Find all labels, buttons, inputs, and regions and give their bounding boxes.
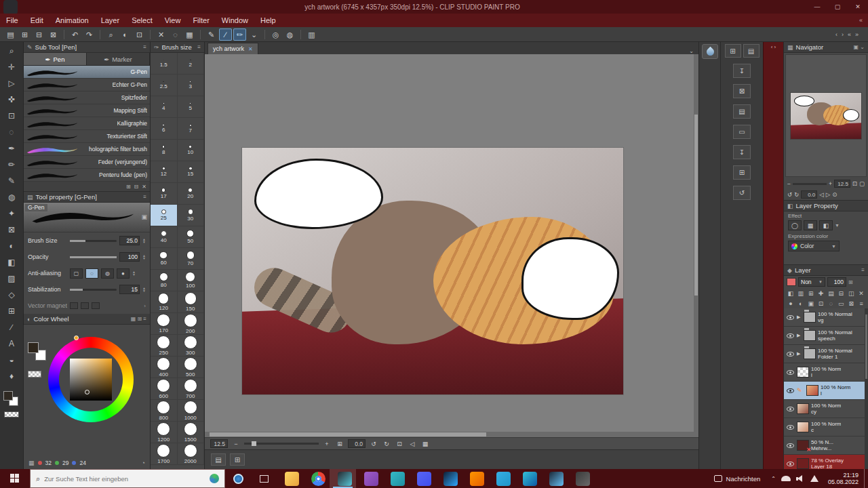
brush-size-170[interactable]: 170 — [151, 313, 178, 335]
brush-item[interactable]: Texturierter Stift — [24, 130, 150, 143]
maximize-button[interactable]: ▢ — [827, 0, 848, 14]
subtool-tab-pen[interactable]: ✒Pen — [24, 53, 87, 65]
layer-tool-b3-icon[interactable]: ▣ — [807, 300, 815, 307]
nav-rotate-left-icon[interactable]: ↺ — [787, 191, 792, 198]
layer-row[interactable]: ▶ 100 % Normalvg — [784, 308, 868, 327]
show-desktop-button[interactable] — [864, 469, 868, 488]
brush-size-spinner[interactable]: ▲▼ — [142, 238, 146, 243]
brush-item[interactable]: Spitzfeder — [24, 92, 150, 104]
effect-caret-icon[interactable]: ▼ — [835, 223, 840, 228]
vector-magnet-checkbox-3[interactable] — [92, 302, 100, 309]
layer-thumbnail[interactable] — [797, 422, 809, 432]
zoom-in-button[interactable]: + — [322, 441, 332, 447]
toolbar-undo-icon[interactable]: ↶ — [68, 28, 81, 41]
aa-weak-button[interactable]: ◌ — [85, 268, 98, 279]
brush-size-1200[interactable]: 1200 — [151, 422, 178, 443]
colorwheel-header-icons[interactable]: ▦ ⊞ ≡ — [131, 316, 146, 322]
opacity-value[interactable]: 100 — [119, 252, 140, 262]
layer-thumbnail[interactable] — [797, 403, 809, 414]
brush-size-3[interactable]: 3 — [178, 75, 205, 96]
taskbar-app-telegram[interactable] — [488, 469, 515, 488]
brush-size-70[interactable]: 70 — [178, 248, 205, 270]
toolbar-export-icon[interactable]: ⊠ — [47, 28, 60, 41]
layer-tool-a7-icon[interactable]: ◫ — [847, 290, 855, 297]
brush-size-150[interactable]: 150 — [178, 291, 205, 313]
brush-size-5[interactable]: 5 — [178, 96, 205, 118]
layer-tool-b8-icon[interactable]: ≡ — [857, 300, 865, 307]
canvas-artwork[interactable] — [242, 148, 623, 394]
brush-size-25[interactable]: 25 — [151, 205, 178, 226]
brush-size-120[interactable]: 120 — [151, 291, 178, 313]
blend-mode-dropdown[interactable]: Non ▼ — [798, 277, 825, 287]
taskbar-app-steam[interactable] — [541, 469, 568, 488]
operation-tool-icon[interactable]: ▷ — [3, 76, 20, 92]
brush-size-12[interactable]: 12 — [151, 161, 178, 183]
panel-collapse-chevron-4[interactable]: » — [855, 31, 859, 38]
brush-size-600[interactable]: 600 — [151, 378, 178, 400]
tab-close-icon[interactable]: ✕ — [248, 46, 253, 52]
vector-magnet-checkbox-1[interactable] — [70, 302, 78, 309]
menu-layer[interactable]: Layer — [95, 14, 126, 27]
pen-tool-icon[interactable]: ✒ — [3, 141, 20, 157]
brush-item[interactable]: Mapping Stift — [24, 104, 150, 117]
gradient-tool-icon[interactable]: ▨ — [3, 271, 20, 287]
layer-tool-b6-icon[interactable]: ▭ — [837, 300, 845, 307]
taskbar-clock[interactable]: 21:19 05.08.2022 — [823, 469, 864, 488]
layer-tool-a8-icon[interactable]: ✕ — [857, 290, 865, 297]
layer-row[interactable]: ✕ 50 % N...Mehrw... — [784, 436, 868, 455]
layer-visibility-icon[interactable] — [786, 423, 795, 432]
news-interests-icon[interactable] — [210, 474, 219, 483]
material-grid-icon[interactable]: ⊞ — [733, 165, 751, 180]
brush-size-60[interactable]: 60 — [151, 248, 178, 270]
brush-size-1700[interactable]: 1700 — [151, 443, 178, 465]
rotation-value[interactable]: 0.0 — [348, 439, 366, 448]
layer-visibility-icon[interactable] — [786, 386, 795, 395]
nav-rotate-right-icon[interactable]: ↻ — [794, 191, 799, 198]
toolbar-clear-selection-icon[interactable]: ✕ — [155, 28, 167, 41]
color-mix-icon[interactable] — [702, 44, 718, 59]
layer-opacity-value[interactable]: 100 — [827, 277, 846, 287]
layer-color-effect-button[interactable]: ◧ — [819, 220, 833, 230]
nav-100-icon[interactable]: ▢ — [859, 180, 865, 187]
layer-visibility-icon[interactable] — [786, 368, 795, 377]
toolbar-perspective-icon[interactable]: ◍ — [283, 28, 296, 41]
brush-size-2[interactable]: 2 — [178, 53, 205, 75]
document-tab[interactable]: ych artwork ✕ — [208, 43, 258, 54]
toolbar-fit-to-screen-icon[interactable]: ⊡ — [133, 28, 146, 41]
tone-effect-button[interactable]: ▦ — [804, 220, 817, 230]
taskbar-app-firefox[interactable] — [462, 469, 488, 488]
ruler-tool-icon[interactable]: ∕ — [3, 320, 20, 336]
menu-overflow-icon[interactable]: « — [859, 17, 868, 24]
menu-file[interactable]: File — [0, 14, 24, 27]
tab-list-caret[interactable]: ⌄ — [684, 48, 698, 54]
menu-view[interactable]: View — [159, 14, 187, 27]
zoom-value[interactable]: 12.5 — [210, 439, 228, 448]
brush-tool-icon[interactable]: ✎ — [3, 174, 20, 189]
nav-fit-icon[interactable]: ⊡ — [852, 180, 857, 187]
aa-medium-button[interactable]: ◍ — [101, 268, 114, 279]
toolbar-timeline-toggle-icon[interactable]: ▥ — [305, 28, 318, 41]
toolbar-rotate-view-icon[interactable]: ◐ — [119, 28, 132, 41]
material-palette-icon[interactable]: ⊞ — [725, 44, 741, 58]
layer-tool-a1-icon[interactable]: ◧ — [787, 290, 795, 297]
brush-size-15[interactable]: 15 — [178, 161, 205, 183]
navigator-thumbnail[interactable] — [785, 54, 867, 177]
minimize-button[interactable]: — — [807, 0, 827, 14]
layer-thumbnail[interactable] — [806, 385, 818, 396]
layer-color-swatch[interactable] — [787, 278, 796, 286]
brush-size-100[interactable]: 100 — [178, 270, 205, 291]
toolbar-symmetry-icon[interactable]: ◎ — [269, 28, 282, 41]
taskbar-app-discord[interactable] — [409, 469, 435, 488]
layer-row[interactable]: ▶ 100 % NormalFolder 1 — [784, 345, 868, 363]
brush-item[interactable]: Kalligraphie — [24, 117, 150, 130]
layer-row[interactable]: ✎ 100 % Norml — [784, 382, 868, 400]
layer-tool-a2-icon[interactable]: ▥ — [797, 290, 805, 297]
rgb-mode-icon[interactable]: ▦ — [28, 460, 35, 466]
nav-zoom-in-icon[interactable]: + — [829, 180, 832, 187]
nav-reset-icon[interactable]: ⊙ — [832, 191, 837, 198]
lasso-tool-icon[interactable]: ◌ — [3, 125, 20, 140]
history-icon[interactable]: ↺ — [733, 186, 751, 200]
colorwheel-settings-icon[interactable]: ◔ — [142, 460, 145, 466]
taskbar-app-teal-app[interactable] — [382, 469, 409, 488]
transparent-swatch[interactable] — [4, 411, 19, 418]
